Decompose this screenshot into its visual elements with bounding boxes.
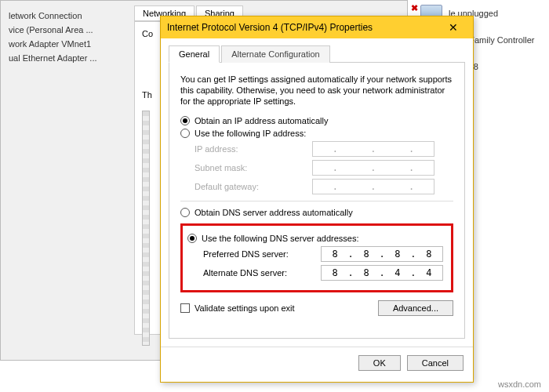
alternate-dns-field[interactable]: 8. 8. 4. 4 bbox=[321, 265, 443, 281]
bg-text: Th bbox=[142, 90, 152, 100]
error-icon: ✖ bbox=[411, 3, 418, 13]
ipv4-properties-dialog: Internet Protocol Version 4 (TCP/IPv4) P… bbox=[160, 16, 474, 383]
window-title: Internet Protocol Version 4 (TCP/IPv4) P… bbox=[167, 22, 440, 33]
list-item[interactable]: vice (Personal Area ... bbox=[9, 23, 126, 37]
bg-text: Co bbox=[142, 29, 153, 38]
adapter-list: letwork Connection vice (Personal Area .… bbox=[5, 5, 129, 68]
radio-label: Obtain DNS server address automatically bbox=[195, 208, 353, 217]
alternate-dns-label: Alternate DNS server: bbox=[203, 268, 321, 278]
list-item[interactable]: ual Ethernet Adapter ... bbox=[9, 51, 126, 65]
preferred-dns-label: Preferred DNS server: bbox=[203, 249, 321, 259]
radio-icon bbox=[180, 116, 190, 125]
radio-icon bbox=[187, 234, 197, 243]
radio-label: Obtain an IP address automatically bbox=[195, 116, 328, 125]
validate-label: Validate settings upon exit bbox=[195, 303, 295, 313]
close-button[interactable]: ✕ bbox=[440, 21, 467, 34]
radio-obtain-ip-auto[interactable]: Obtain an IP address automatically bbox=[180, 116, 453, 125]
watermark: wsxdn.com bbox=[498, 379, 541, 389]
tab-alternate-configuration[interactable]: Alternate Configuration bbox=[221, 45, 330, 63]
titlebar[interactable]: Internet Protocol Version 4 (TCP/IPv4) P… bbox=[161, 16, 473, 38]
cancel-button[interactable]: Cancel bbox=[407, 355, 464, 371]
radio-label: Use the following IP address: bbox=[195, 129, 306, 138]
radio-label: Use the following DNS server addresses: bbox=[202, 234, 359, 243]
radio-use-following-dns[interactable]: Use the following DNS server addresses: bbox=[187, 234, 445, 243]
ok-button[interactable]: OK bbox=[358, 355, 401, 371]
advanced-button[interactable]: Advanced... bbox=[378, 300, 453, 316]
default-gateway-label: Default gateway: bbox=[195, 182, 312, 191]
default-gateway-field: ... bbox=[312, 179, 434, 194]
ip-address-label: IP address: bbox=[195, 144, 312, 154]
radio-obtain-dns-auto[interactable]: Obtain DNS server address automatically bbox=[180, 208, 453, 217]
preferred-dns-field[interactable]: 8. 8. 8. 8 bbox=[321, 246, 443, 262]
radio-icon bbox=[180, 129, 190, 138]
validate-checkbox[interactable] bbox=[180, 303, 190, 313]
tab-general[interactable]: General bbox=[169, 45, 220, 63]
list-item[interactable]: letwork Connection bbox=[9, 9, 126, 23]
bg-component-list bbox=[142, 111, 150, 346]
ip-address-field: ... bbox=[312, 141, 434, 157]
radio-use-following-ip[interactable]: Use the following IP address: bbox=[180, 129, 453, 138]
description-text: You can get IP settings assigned automat… bbox=[180, 74, 453, 107]
dns-section-highlight: Use the following DNS server addresses: … bbox=[180, 223, 453, 292]
radio-icon bbox=[180, 208, 190, 217]
subnet-mask-field: ... bbox=[312, 160, 434, 176]
subnet-mask-label: Subnet mask: bbox=[195, 163, 312, 172]
list-item[interactable]: work Adapter VMnet1 bbox=[9, 37, 126, 51]
